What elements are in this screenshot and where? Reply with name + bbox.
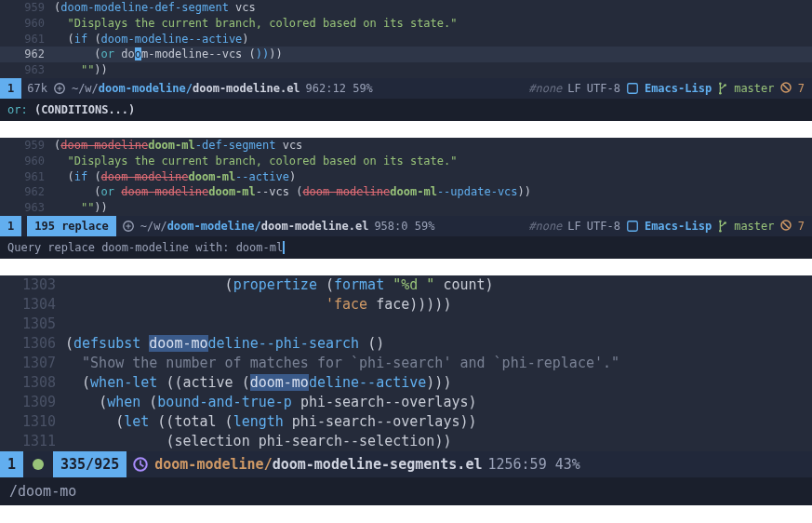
code-content: (when-let ((active (doom-modeline--activ… — [65, 373, 812, 393]
svg-point-10 — [724, 221, 726, 224]
line-number: 1306 — [0, 334, 65, 354]
window-number[interactable]: 1 — [0, 451, 23, 477]
svg-point-4 — [724, 84, 726, 87]
search-match: doom-mo — [250, 374, 309, 391]
code-content: (defsubst doom-modeline--phi-search () — [65, 334, 812, 354]
svg-rect-1 — [628, 84, 638, 94]
mode-icon — [626, 220, 639, 233]
code-content: (doom-modelinedoom-ml-def-segment vcs — [54, 138, 812, 154]
eol-type[interactable]: LF — [567, 82, 580, 95]
git-branch-icon — [717, 220, 728, 233]
code-content: (let ((total (length phi-search--overlay… — [65, 412, 812, 432]
code-content: "Show the number of matches for `phi-sea… — [65, 354, 812, 373]
folder-icon — [122, 220, 135, 233]
line-number: 1310 — [0, 412, 65, 432]
buffer-path[interactable]: ~/w/doom-modeline/doom-modeline.el — [140, 220, 369, 233]
code-content: (if (doom-modelinedoom-ml--active) — [54, 169, 812, 185]
checker-warnings[interactable]: 7 — [780, 220, 805, 233]
code-content: "")) — [54, 200, 812, 216]
editor-pane-1: 959(doom-modeline-def-segment vcs 960 "D… — [0, 0, 812, 121]
encoding[interactable]: UTF-8 — [587, 82, 620, 95]
vcs-branch[interactable]: master — [734, 220, 774, 233]
workspace-none: #none — [528, 82, 562, 95]
buffer-size: 67k — [27, 82, 47, 95]
major-mode[interactable]: Emacs-Lisp — [645, 82, 712, 95]
code-content: "")) — [54, 62, 812, 78]
line-number: 960 — [0, 154, 54, 169]
cursor-position: 1256:59 43% — [487, 456, 579, 473]
window-number[interactable]: 1 — [0, 216, 21, 236]
line-number: 963 — [0, 200, 54, 216]
code-content: (or doom-modelinedoom-ml--vcs (doom-mode… — [54, 184, 812, 200]
modeline: 1 195 replace ~/w/doom-modeline/doom-mod… — [0, 216, 812, 236]
cursor-position: 958:0 59% — [374, 220, 434, 233]
line-number: 1308 — [0, 373, 65, 393]
cursor — [283, 241, 285, 254]
svg-point-3 — [719, 92, 722, 95]
code-area[interactable]: 1303 (propertize (format "%d " count) 13… — [0, 275, 812, 451]
code-content: (propertize (format "%d " count) — [65, 275, 812, 295]
editor-pane-2: 959(doom-modelinedoom-ml-def-segment vcs… — [0, 138, 812, 259]
encoding[interactable]: UTF-8 — [587, 220, 620, 233]
eol-type[interactable]: LF — [567, 220, 580, 233]
line-number: 962 — [0, 184, 54, 200]
workspace-none: #none — [528, 220, 562, 233]
svg-point-2 — [719, 82, 722, 85]
buffer-path[interactable]: ~/w/doom-modeline/doom-modeline.el — [72, 82, 300, 95]
mode-icon — [626, 82, 639, 95]
modeline: 1 335/925 doom-modeline/doom-modeline-se… — [0, 451, 812, 477]
line-number: 1305 — [0, 315, 65, 334]
svg-rect-7 — [628, 221, 638, 232]
folder-icon — [132, 456, 149, 473]
search-match: doom-mo — [149, 335, 207, 352]
line-number: 962 — [0, 47, 54, 62]
replace-count-badge: 195 replace — [27, 216, 115, 236]
modeline: 1 67k ~/w/doom-modeline/doom-modeline.el… — [0, 78, 812, 99]
svg-point-9 — [719, 230, 722, 233]
line-number: 959 — [0, 138, 54, 154]
buffer-path[interactable]: doom-modeline/doom-modeline-segments.el — [154, 456, 482, 473]
vcs-branch[interactable]: master — [734, 82, 774, 95]
line-number: 961 — [0, 32, 54, 47]
code-content: (or doom-modeline--vcs ()))) — [54, 47, 812, 62]
line-number: 1307 — [0, 354, 65, 373]
code-content: "Displays the current branch, colored ba… — [54, 154, 812, 169]
git-branch-icon — [717, 82, 728, 95]
code-content: 'face face))))) — [65, 295, 812, 315]
code-content: (selection phi-search--selection)) — [65, 432, 812, 451]
code-content: "Displays the current branch, colored ba… — [54, 16, 812, 32]
line-number: 1309 — [0, 393, 65, 412]
cursor: o — [135, 47, 141, 60]
echo-area[interactable]: Query replace doom-modeline with: doom-m… — [0, 236, 812, 259]
code-content: (doom-modeline-def-segment vcs — [54, 0, 812, 16]
editor-pane-3: 1303 (propertize (format "%d " count) 13… — [0, 275, 812, 506]
cursor-position: 962:12 59% — [306, 82, 373, 95]
checker-warnings[interactable]: 7 — [780, 82, 805, 95]
code-area[interactable]: 959(doom-modelinedoom-ml-def-segment vcs… — [0, 138, 812, 216]
line-number: 960 — [0, 16, 54, 32]
line-number: 1311 — [0, 432, 65, 451]
line-number: 963 — [0, 62, 54, 78]
folder-icon — [53, 82, 66, 95]
line-number: 959 — [0, 0, 54, 16]
major-mode[interactable]: Emacs-Lisp — [645, 220, 712, 233]
line-number: 961 — [0, 169, 54, 185]
window-number[interactable]: 1 — [0, 78, 21, 99]
echo-area[interactable]: /doom-mo — [0, 477, 812, 506]
modified-indicator — [33, 459, 44, 470]
code-content: (when (bound-and-true-p phi-search--over… — [65, 393, 812, 412]
echo-area: or: (CONDITIONS...) — [0, 99, 812, 121]
search-count-badge: 335/925 — [53, 451, 126, 477]
line-number: 1303 — [0, 275, 65, 295]
line-number: 1304 — [0, 295, 65, 315]
code-content: (if (doom-modeline--active) — [54, 32, 812, 47]
svg-point-8 — [719, 220, 722, 222]
code-area[interactable]: 959(doom-modeline-def-segment vcs 960 "D… — [0, 0, 812, 78]
